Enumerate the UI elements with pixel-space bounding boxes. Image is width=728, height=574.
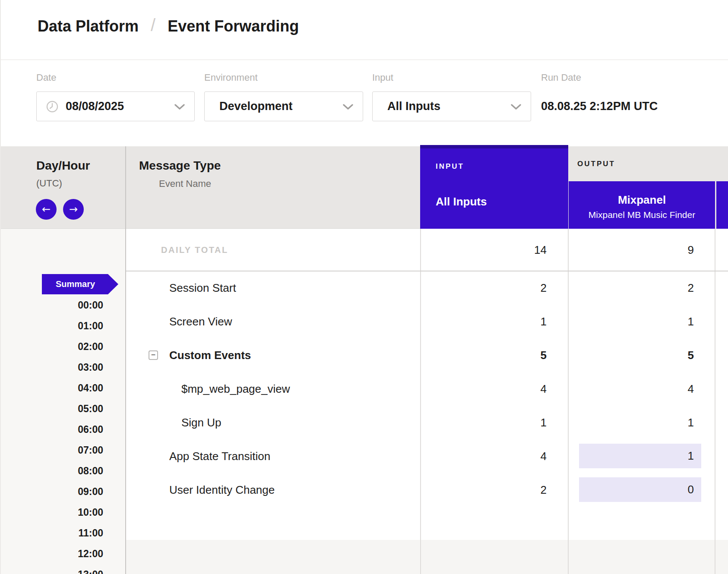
daily-total-row: DAILY TOTAL 14 9 [126, 229, 728, 271]
breadcrumb-section[interactable]: Data Platform [38, 17, 139, 35]
input-count: 4 [421, 372, 547, 406]
table-row: Session Start 2 2 [126, 271, 728, 305]
hour-row-01[interactable]: 01:00 [1, 315, 103, 336]
hour-row-02[interactable]: 02:00 [1, 336, 103, 357]
event-label: Screen View [169, 305, 232, 338]
arrow-left-icon: ← [42, 203, 51, 215]
page-title: Event Forwarding [168, 17, 299, 35]
hour-row-03[interactable]: 03:00 [1, 357, 103, 378]
input-count: 4 [421, 439, 547, 473]
previous-day-button[interactable]: ← [36, 199, 57, 220]
message-type-column-header: Message Type [139, 159, 221, 173]
day-hour-column-header: Day/Hour [36, 159, 90, 173]
table-footer-area [126, 540, 728, 574]
hour-row-11[interactable]: 11:00 [1, 523, 103, 543]
output-name: Mixpanel [569, 193, 715, 206]
hour-row-10[interactable]: 10:00 [1, 502, 103, 523]
run-date-value: 08.08.25 2:12PM UTC [541, 100, 658, 113]
input-section-label: INPUT [436, 162, 568, 171]
next-day-button[interactable]: → [63, 199, 84, 220]
hour-row-13[interactable]: 13:00 [1, 564, 103, 574]
hour-row-04[interactable]: 04:00 [1, 378, 103, 398]
table-row: Screen View 1 1 [126, 305, 728, 338]
chevron-down-icon [174, 104, 185, 110]
output-count: 5 [569, 338, 694, 372]
day-hour-timezone: (UTC) [36, 178, 62, 189]
output-count: 2 [569, 271, 694, 305]
input-count: 2 [421, 271, 547, 305]
event-label: App State Transition [169, 439, 270, 473]
input-count: 5 [421, 338, 547, 372]
date-filter-label: Date [36, 72, 56, 83]
table-row: $mp_web_page_view 4 4 [126, 372, 728, 406]
hour-row-09[interactable]: 09:00 [1, 481, 103, 502]
chevron-down-icon [511, 104, 521, 110]
environment-filter-label: Environment [204, 72, 258, 83]
output-column-header-partial [716, 181, 728, 229]
event-label: User Identity Change [169, 473, 275, 507]
chevron-down-icon [343, 104, 353, 110]
hour-row-07[interactable]: 07:00 [1, 440, 103, 460]
output-section-label: OUTPUT [577, 160, 615, 168]
input-column-title: All Inputs [436, 195, 568, 208]
hour-row-12[interactable]: 12:00 [1, 543, 103, 564]
output-count-highlighted: 1 [579, 444, 701, 468]
clock-icon [46, 101, 58, 113]
input-count: 1 [421, 406, 547, 439]
environment-value: Development [219, 100, 293, 113]
hour-row-05[interactable]: 05:00 [1, 398, 103, 419]
input-filter-label: Input [372, 72, 393, 83]
event-group-label[interactable]: Custom Events [169, 338, 251, 372]
event-label: Sign Up [181, 406, 222, 439]
hour-row-08[interactable]: 08:00 [1, 460, 103, 481]
input-value: All Inputs [387, 100, 440, 113]
daily-total-input-count: 14 [421, 229, 547, 271]
run-date-label: Run Date [541, 72, 581, 83]
date-value: 08/08/2025 [66, 100, 124, 113]
event-name-subheader: Event Name [159, 178, 211, 189]
table-row: App State Transition 4 1 [126, 439, 728, 473]
hour-row-06[interactable]: 06:00 [1, 419, 103, 440]
arrow-right-icon: → [69, 203, 78, 215]
output-count: 1 [569, 406, 694, 439]
output-count: 1 [569, 305, 694, 338]
table-row: Sign Up 1 1 [126, 406, 728, 439]
output-connection-name: Mixpanel MB Music Finder [569, 210, 715, 220]
output-count-highlighted: 0 [579, 477, 701, 502]
breadcrumb-separator: / [151, 16, 155, 35]
date-dropdown[interactable]: 08/08/2025 [36, 91, 195, 121]
event-label: $mp_web_page_view [181, 372, 290, 406]
input-count: 2 [421, 473, 547, 507]
table-row: User Identity Change 2 0 [126, 473, 728, 507]
hour-row-00[interactable]: 00:00 [1, 295, 103, 315]
breadcrumb: Data Platform / Event Forwarding [38, 16, 299, 36]
event-label: Session Start [169, 271, 236, 305]
summary-row-marker[interactable]: Summary [42, 274, 118, 294]
environment-dropdown[interactable]: Development [204, 91, 363, 121]
table-row-custom-events: − Custom Events 5 5 [126, 338, 728, 372]
page-header: Data Platform / Event Forwarding [1, 0, 728, 60]
daily-total-output-count: 9 [569, 229, 694, 271]
input-column-header: INPUT All Inputs [420, 145, 568, 229]
daily-total-label: DAILY TOTAL [161, 229, 228, 271]
output-count: 4 [569, 372, 694, 406]
event-forwarding-page: Data Platform / Event Forwarding Date En… [0, 0, 728, 574]
input-dropdown[interactable]: All Inputs [372, 91, 531, 121]
collapse-minus-icon[interactable]: − [149, 350, 158, 360]
output-column-header-mixpanel[interactable]: Mixpanel Mixpanel MB Music Finder [569, 181, 715, 229]
input-count: 1 [421, 305, 547, 338]
